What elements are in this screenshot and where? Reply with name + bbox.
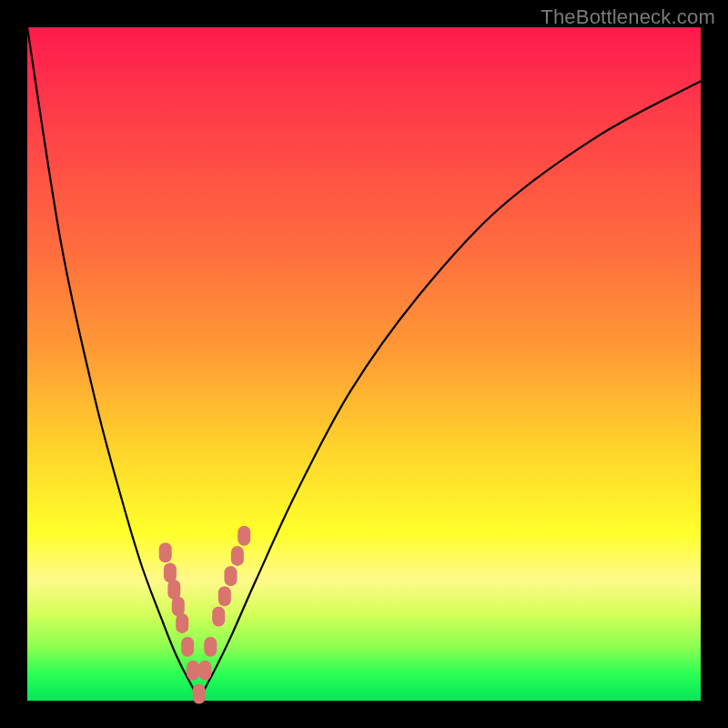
marker-dot: [224, 566, 237, 586]
curve-layer: [27, 27, 701, 701]
marker-dot: [193, 684, 206, 704]
marker-dot: [231, 546, 244, 566]
marker-dot: [218, 586, 231, 606]
plot-area: [27, 27, 701, 701]
bottleneck-curve: [27, 27, 701, 695]
marker-group: [159, 526, 251, 704]
marker-dot: [187, 661, 199, 681]
chart-frame: TheBottleneck.com: [0, 0, 728, 728]
marker-dot: [159, 542, 172, 562]
marker-dot: [176, 613, 188, 633]
marker-dot: [198, 661, 211, 681]
watermark-text: TheBottleneck.com: [541, 5, 715, 29]
marker-dot: [238, 526, 250, 546]
marker-dot: [204, 637, 217, 657]
marker-dot: [181, 637, 194, 657]
marker-dot: [212, 607, 225, 627]
